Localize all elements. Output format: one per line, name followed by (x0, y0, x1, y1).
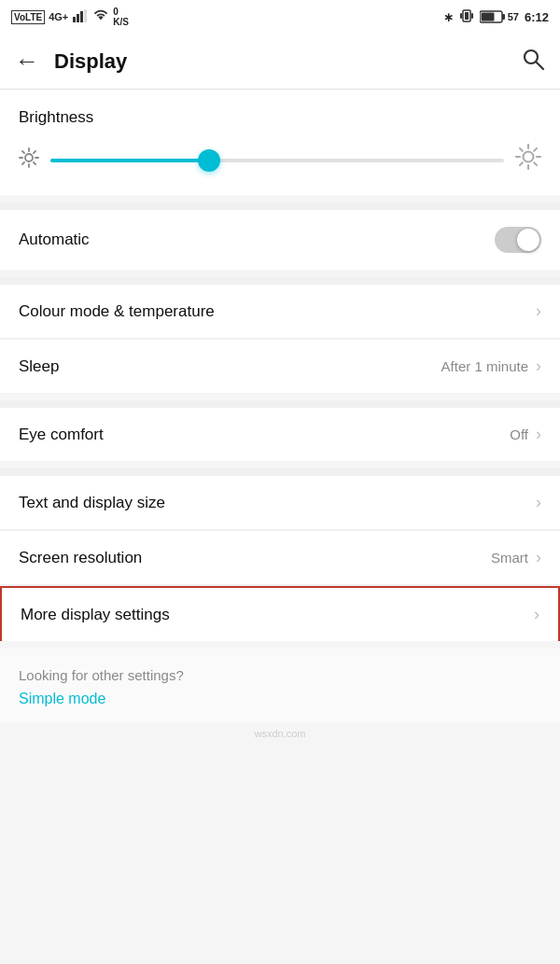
wifi-icon (92, 9, 109, 24)
colour-mode-value: › (532, 301, 541, 321)
svg-line-12 (537, 63, 543, 69)
svg-rect-0 (73, 17, 76, 22)
svg-line-21 (22, 162, 24, 164)
svg-point-13 (25, 154, 33, 161)
svg-line-18 (22, 151, 24, 153)
slider-fill (50, 159, 209, 162)
more-display-settings-row[interactable]: More display settings › (0, 586, 560, 641)
svg-line-19 (34, 162, 35, 164)
eye-comfort-value: Off › (510, 425, 541, 444)
bluetooth-icon: ∗ (443, 10, 454, 24)
search-button[interactable] (521, 47, 545, 77)
battery-icon: 57 (480, 10, 519, 23)
eye-comfort-section: Eye comfort Off › (0, 408, 560, 461)
watermark: wsxdn.com (0, 722, 560, 745)
svg-point-11 (525, 50, 538, 63)
svg-point-22 (524, 152, 534, 162)
svg-rect-3 (84, 9, 87, 22)
automatic-row[interactable]: Automatic (0, 210, 560, 270)
menu-items-section: Colour mode & temperature › Sleep After … (0, 285, 560, 393)
sun-small-icon (19, 147, 39, 173)
brightness-label: Brightness (19, 108, 541, 127)
signal-4g: 4G+ (49, 11, 68, 22)
eye-comfort-row[interactable]: Eye comfort Off › (0, 408, 560, 461)
svg-rect-2 (80, 11, 83, 22)
toggle-thumb (517, 229, 539, 251)
volte-indicator: VoLTE (11, 10, 45, 24)
more-display-settings-value: › (530, 605, 539, 624)
simple-mode-link[interactable]: Simple mode (19, 691, 541, 707)
svg-rect-10 (481, 13, 494, 21)
chevron-icon: › (536, 425, 541, 444)
divider-3 (0, 400, 560, 408)
signal-bars (72, 9, 89, 24)
text-display-size-value: › (532, 493, 541, 512)
sleep-row[interactable]: Sleep After 1 minute › (0, 340, 560, 393)
chevron-icon: › (536, 548, 541, 567)
status-right: ∗ 57 6:12 (443, 8, 549, 26)
svg-rect-1 (77, 14, 79, 22)
brightness-slider[interactable] (50, 159, 504, 162)
sleep-label: Sleep (19, 357, 59, 376)
data-speed: 0K/S (113, 7, 129, 27)
status-left: VoLTE 4G+ 0K/S (11, 7, 129, 27)
svg-line-29 (534, 148, 537, 151)
svg-line-28 (534, 162, 537, 165)
automatic-label: Automatic (19, 231, 90, 249)
page-title: Display (54, 49, 127, 74)
suggestion-box: Looking for other settings? Simple mode (0, 649, 560, 722)
svg-rect-9 (502, 14, 505, 20)
top-bar-left: ← Display (15, 47, 127, 76)
more-display-settings-label: More display settings (21, 606, 170, 624)
chevron-icon: › (536, 493, 541, 512)
svg-line-20 (34, 151, 35, 153)
time-display: 6:12 (525, 10, 549, 24)
svg-line-30 (520, 162, 523, 165)
battery-percent: 57 (508, 11, 519, 22)
divider-4 (0, 468, 560, 476)
svg-line-27 (520, 148, 523, 151)
slider-thumb[interactable] (198, 149, 220, 172)
text-display-size-row[interactable]: Text and display size › (0, 476, 560, 530)
suggestion-text: Looking for other settings? (19, 667, 541, 683)
brightness-slider-row (19, 144, 541, 176)
automatic-section: Automatic (0, 210, 560, 270)
svg-rect-7 (471, 13, 473, 19)
sun-large-icon (515, 144, 541, 176)
screen-resolution-row[interactable]: Screen resolution Smart › (0, 531, 560, 585)
chevron-icon: › (534, 605, 539, 624)
status-bar: VoLTE 4G+ 0K/S ∗ (0, 0, 560, 34)
sleep-value: After 1 minute › (441, 356, 541, 376)
divider-1 (0, 203, 560, 210)
divider-2 (0, 277, 560, 285)
eye-comfort-label: Eye comfort (19, 426, 104, 444)
svg-rect-5 (465, 12, 469, 20)
text-display-size-label: Text and display size (19, 494, 165, 512)
back-button[interactable]: ← (15, 47, 39, 76)
svg-rect-6 (460, 13, 462, 19)
screen-resolution-value: Smart › (491, 548, 541, 567)
text-resolution-section: Text and display size › Screen resolutio… (0, 476, 560, 641)
screen-resolution-label: Screen resolution (19, 549, 142, 567)
colour-mode-label: Colour mode & temperature (19, 302, 215, 321)
chevron-icon: › (536, 356, 541, 376)
vibrate-icon (459, 8, 474, 26)
colour-mode-row[interactable]: Colour mode & temperature › (0, 285, 560, 339)
brightness-section: Brightness (0, 90, 560, 195)
chevron-icon: › (536, 301, 541, 321)
automatic-toggle[interactable] (495, 227, 541, 253)
top-bar: ← Display (0, 34, 560, 90)
